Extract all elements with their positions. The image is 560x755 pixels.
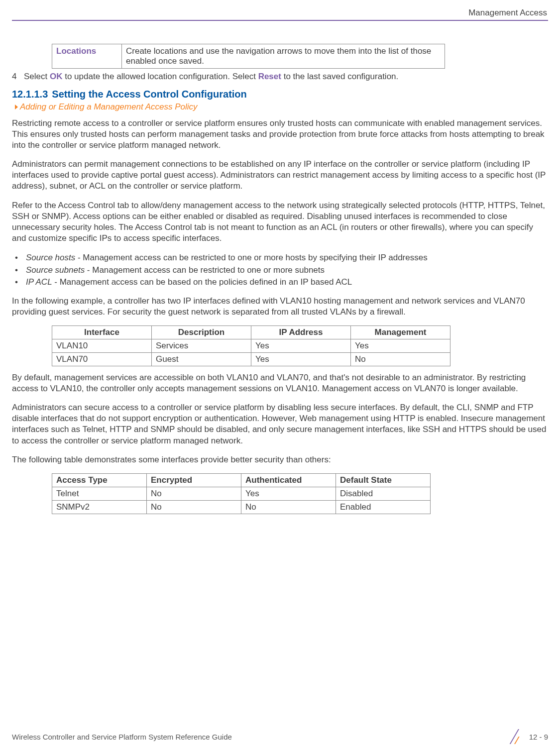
step-text-mid: to update the allowed location configura…: [62, 72, 258, 81]
bullet-text: - Management access can be based on the …: [52, 277, 352, 287]
section-header: Management Access: [12, 8, 548, 18]
locations-label: Locations: [52, 44, 122, 69]
th-interface: Interface: [52, 326, 152, 339]
cell: SNMPv2: [52, 500, 147, 514]
cell: Telnet: [52, 487, 147, 500]
th-management: Management: [351, 326, 450, 339]
bullet-list: Source hosts - Management access can be …: [12, 252, 548, 289]
th-authenticated: Authenticated: [241, 473, 336, 487]
footer-slash-icon: [511, 729, 524, 744]
page-footer: Wireless Controller and Service Platform…: [12, 729, 548, 744]
th-access-type: Access Type: [52, 473, 147, 487]
step-4: 4 Select OK to update the allowed locati…: [12, 72, 548, 82]
cell: VLAN10: [52, 339, 152, 353]
cell: Disabled: [336, 487, 431, 500]
bullet-text: - Management access can be restricted to…: [75, 253, 427, 262]
bullet-term: IP ACL: [26, 277, 52, 287]
paragraph-5: By default, management services are acce…: [12, 372, 548, 394]
cell: Enabled: [336, 500, 431, 514]
step-text-post: to the last saved configuration.: [281, 72, 398, 81]
th-ip: IP Address: [251, 326, 351, 339]
vlan-table: Interface Description IP Address Managem…: [52, 325, 450, 366]
paragraph-4: In the following example, a controller h…: [12, 296, 548, 318]
ok-label: OK: [50, 72, 63, 81]
paragraph-1: Restricting remote access to a controlle…: [12, 118, 548, 151]
paragraph-7: The following table demonstrates some in…: [12, 454, 548, 465]
cell: Guest: [152, 353, 251, 366]
table-row: SNMPv2 No No Enabled: [52, 500, 431, 514]
th-encrypted: Encrypted: [147, 473, 241, 487]
header-rule: [12, 20, 548, 21]
step-text-pre: Select: [24, 72, 50, 81]
paragraph-6: Administrators can secure access to a co…: [12, 402, 548, 446]
cell: No: [241, 500, 336, 514]
th-default-state: Default State: [336, 473, 431, 487]
cell: Yes: [251, 353, 351, 366]
cell: VLAN70: [52, 353, 152, 366]
access-type-table: Access Type Encrypted Authenticated Defa…: [52, 473, 431, 514]
cell: Yes: [241, 487, 336, 500]
paragraph-3: Refer to the Access Control tab to allow…: [12, 200, 548, 244]
cell: Services: [152, 339, 251, 353]
bullet-term: Source hosts: [26, 253, 75, 262]
step-number: 4: [12, 72, 24, 82]
cell: No: [147, 500, 241, 514]
reset-label: Reset: [258, 72, 281, 81]
bullet-ip-acl: IP ACL - Management access can be based …: [14, 276, 548, 289]
cell: No: [147, 487, 241, 500]
bullet-term: Source subnets: [26, 265, 85, 275]
table-row: Telnet No Yes Disabled: [52, 487, 431, 500]
breadcrumb-text: Adding or Editing a Management Access Po…: [20, 102, 198, 112]
footer-title: Wireless Controller and Service Platform…: [12, 733, 232, 741]
paragraph-2: Administrators can permit management con…: [12, 159, 548, 192]
step-text: Select OK to update the allowed location…: [24, 72, 398, 82]
cell: Yes: [251, 339, 351, 353]
locations-desc: Create locations and use the navigation …: [122, 44, 445, 69]
heading-text: Setting the Access Control Configuration: [52, 89, 247, 100]
heading-number: 12.1.1.3: [12, 89, 48, 100]
locations-table: Locations Create locations and use the n…: [52, 44, 445, 69]
breadcrumb: Adding or Editing a Management Access Po…: [15, 102, 548, 112]
section-heading: 12.1.1.3Setting the Access Control Confi…: [12, 89, 548, 100]
cell: Yes: [351, 339, 450, 353]
bullet-source-hosts: Source hosts - Management access can be …: [14, 252, 548, 264]
bullet-text: - Management access can be restricted to…: [85, 265, 325, 275]
bullet-source-subnets: Source subnets - Management access can b…: [14, 264, 548, 277]
th-description: Description: [152, 326, 251, 339]
table-row: VLAN10 Services Yes Yes: [52, 339, 450, 353]
cell: No: [351, 353, 450, 366]
table-row: VLAN70 Guest Yes No: [52, 353, 450, 366]
breadcrumb-arrow-icon: [15, 105, 18, 109]
page-number: 12 - 9: [529, 733, 548, 741]
